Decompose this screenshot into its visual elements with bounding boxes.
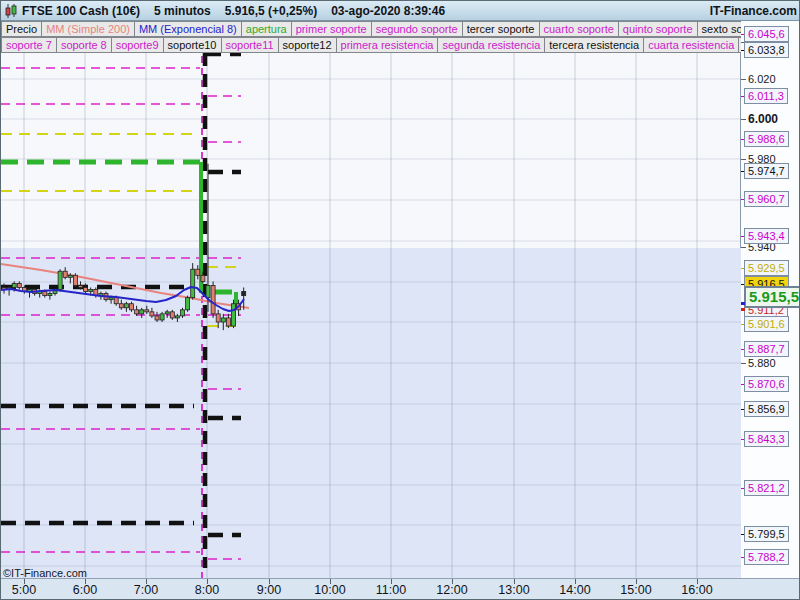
candle-body — [135, 310, 139, 314]
instrument-name: FTSE 100 Cash (10€) — [22, 4, 140, 18]
price-level-label: 5.943,4 — [744, 228, 789, 244]
candle-body — [201, 275, 205, 281]
candle-body — [48, 294, 52, 296]
time-label: 13:00 — [498, 583, 529, 597]
candle-body — [17, 283, 21, 287]
candle-body — [58, 271, 62, 289]
candle-body — [191, 269, 195, 297]
time-label: 12:00 — [436, 583, 467, 597]
ma-value-marker — [741, 308, 745, 311]
candle-body — [175, 316, 179, 318]
legend-chip-r2-1[interactable]: soporte 8 — [57, 37, 112, 53]
price-level-label: 5.870,6 — [744, 376, 789, 392]
candle-body — [165, 312, 169, 314]
candle-body — [140, 310, 144, 314]
time-label: 14:00 — [559, 583, 590, 597]
trading-chart-window: FTSE 100 Cash (10€) 5 minutos 5.916,5 (+… — [0, 0, 800, 600]
price-level-label: 5.799,5 — [744, 526, 789, 542]
candle-body — [181, 310, 185, 316]
legend-chip-r1-9[interactable]: sexto soporte — [698, 21, 741, 37]
indicator-legend: PrecioMM (Simple 200)MM (Exponencial 8)a… — [1, 21, 741, 53]
legend-chip-r1-3[interactable]: apertura — [242, 21, 292, 37]
candle-body — [130, 304, 134, 310]
price-level-label: 6.033,8 — [744, 42, 789, 58]
time-axis[interactable]: 5:006:007:008:009:0010:0011:0012:0013:00… — [1, 578, 800, 600]
last-quote: 5.916,5 (+0,25%) — [225, 4, 317, 18]
candle-body — [196, 269, 200, 275]
current-price-label: 5.915,5 — [744, 286, 800, 308]
legend-chip-r1-6[interactable]: tercer soporte — [463, 21, 540, 37]
time-label: 10:00 — [314, 583, 345, 597]
price-level-label: 5.887,7 — [744, 341, 789, 357]
legend-chip-r1-8[interactable]: quinto soporte — [619, 21, 698, 37]
price-level-label: 5.974,7 — [744, 163, 789, 179]
candle-body — [160, 314, 164, 320]
candle-body — [89, 290, 93, 292]
candle-body — [73, 275, 77, 285]
price-level-label: 5.960,7 — [744, 191, 789, 207]
candle-body — [63, 271, 67, 277]
copyright-label: ©IT-Finance.com — [3, 567, 87, 579]
legend-chip-r1-2[interactable]: MM (Exponencial 8) — [135, 21, 242, 37]
legend-row-2: soporte 7soporte 8soporte9soporte10sopor… — [1, 37, 741, 53]
candlestick-icon — [4, 4, 18, 18]
time-label: 5:00 — [12, 583, 36, 597]
time-label: 15:00 — [620, 583, 651, 597]
candle-body — [68, 275, 72, 277]
candle-body — [170, 312, 174, 318]
time-label: 7:00 — [134, 583, 158, 597]
candle-body — [43, 292, 47, 296]
legend-chip-r1-0[interactable]: Precio — [1, 21, 42, 37]
candle-body — [12, 283, 16, 287]
ma-value-marker — [741, 302, 745, 305]
candle-body — [150, 312, 154, 316]
legend-chip-r2-3[interactable]: soporte10 — [164, 37, 222, 53]
legend-chip-r2-2[interactable]: soporte9 — [112, 37, 164, 53]
candle-body — [242, 292, 246, 296]
time-label: 16:00 — [681, 583, 712, 597]
candle-body — [79, 285, 83, 287]
candle-body — [84, 287, 88, 291]
time-label: 8:00 — [195, 583, 219, 597]
candle-body — [206, 285, 210, 297]
legend-chip-r2-4[interactable]: soporte11 — [222, 37, 279, 53]
candle-body — [186, 298, 190, 310]
legend-chip-r1-7[interactable]: cuarto soporte — [540, 21, 619, 37]
candle-body — [155, 316, 159, 320]
candle-body — [124, 304, 128, 308]
time-label: 6:00 — [73, 583, 97, 597]
legend-chip-r2-5[interactable]: soporte12 — [279, 37, 337, 53]
price-level-label: 6.011,3 — [744, 88, 788, 104]
legend-chip-r1-5[interactable]: segundo soporte — [372, 21, 463, 37]
legend-chip-r1-4[interactable]: primer soporte — [292, 21, 372, 37]
legend-chip-r1-1[interactable]: MM (Simple 200) — [42, 21, 135, 37]
candle-body — [145, 310, 149, 312]
price-axis[interactable]: 6.0406.0206.0005.9805.9405.8806.045,66.0… — [741, 21, 800, 578]
legend-chip-r2-6[interactable]: primera resistencia — [337, 37, 439, 53]
candle-body — [226, 318, 230, 326]
candle-body — [114, 298, 118, 304]
legend-chip-r2-7[interactable]: segunda resistencia — [438, 37, 545, 53]
datetime-label: 03-ago-2020 8:39:46 — [331, 4, 445, 18]
candle-body — [216, 314, 220, 322]
candle-body — [221, 318, 225, 322]
time-label: 9:00 — [257, 583, 281, 597]
candle-body — [211, 285, 215, 313]
candle-body — [232, 304, 236, 326]
price-level-label: 5.843,3 — [744, 431, 789, 447]
brand-label: IT-Finance.com — [710, 4, 797, 18]
price-label: 5.880 — [748, 357, 776, 369]
price-level-label: 5.988,6 — [744, 131, 789, 147]
legend-chip-r2-0[interactable]: soporte 7 — [1, 37, 57, 53]
chart-canvas[interactable]: ©IT-Finance.com — [1, 53, 741, 578]
legend-chip-r2-9[interactable]: cuarta resistencia — [644, 37, 739, 53]
price-level-label: 5.901,6 — [744, 316, 789, 332]
legend-row-1: PrecioMM (Simple 200)MM (Exponencial 8)a… — [1, 21, 741, 37]
candle-body — [119, 304, 123, 308]
price-level-label: 5.929,5 — [744, 260, 789, 276]
legend-chip-r2-8[interactable]: tercera resistencia — [545, 37, 644, 53]
price-level-label: 5.821,2 — [744, 480, 789, 496]
price-level-label: 5.856,9 — [744, 401, 789, 417]
chart-drawing — [1, 53, 741, 578]
price-level-label: 5.788,2 — [744, 549, 789, 565]
